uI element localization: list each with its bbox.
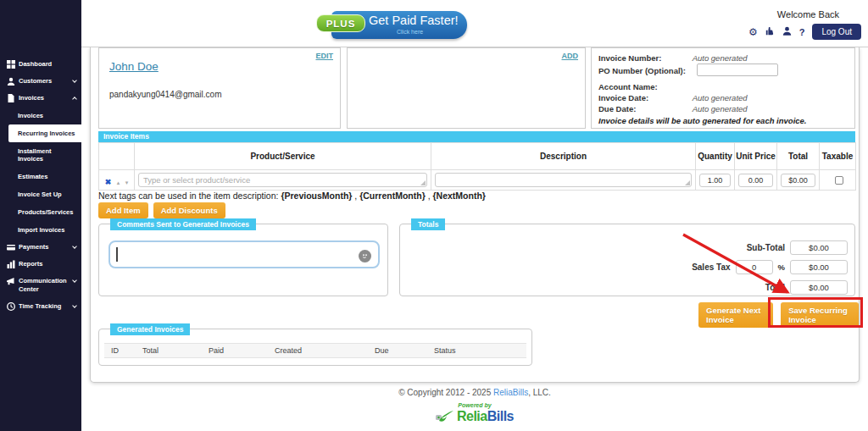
save-recurring-invoice-button[interactable]: Save Recurring Invoice bbox=[781, 302, 859, 328]
product-service-input[interactable]: Type or select product/service bbox=[138, 173, 427, 187]
delete-item-icon[interactable]: ✖ bbox=[105, 178, 112, 186]
sales-tax-label: Sales Tax bbox=[692, 262, 730, 272]
banner-title: Get Paid Faster! bbox=[369, 14, 459, 27]
footer: © Copyright 2012 - 2025 ReliaBills, LLC.… bbox=[81, 388, 868, 424]
chevron-down-icon bbox=[72, 278, 77, 283]
quantity-input[interactable]: 1.00 bbox=[699, 174, 731, 187]
auto-generated-note: Invoice details will be auto generated f… bbox=[598, 116, 807, 125]
move-up-icon[interactable]: ▴ bbox=[117, 180, 120, 185]
chevron-down-icon bbox=[72, 303, 77, 308]
due-date-label: Due Date: bbox=[598, 104, 690, 113]
add-discounts-button[interactable]: Add Discounts bbox=[153, 202, 225, 218]
chevron-down-icon bbox=[72, 244, 77, 249]
col-product-service: Product/Service bbox=[135, 143, 431, 170]
banner-click-here[interactable]: Click here bbox=[397, 29, 423, 35]
add-item-button[interactable]: Add Item bbox=[98, 202, 148, 218]
reliabills-link[interactable]: ReliaBills bbox=[493, 388, 528, 397]
percent-sign: % bbox=[778, 262, 785, 272]
sidebar-item-invoices[interactable]: Invoices bbox=[0, 90, 81, 107]
chevron-down-icon bbox=[72, 78, 77, 83]
customer-card: EDIT John Doe pandakyung0414@gmail.com bbox=[98, 47, 341, 129]
col-due: Due bbox=[375, 346, 434, 355]
dashboard-icon bbox=[6, 60, 15, 69]
sidebar-item-reports[interactable]: Reports bbox=[0, 256, 81, 273]
line-total-value: $0.00 bbox=[781, 174, 815, 187]
sidebar-subitem-invoice-set-up[interactable]: Invoice Set Up bbox=[0, 185, 81, 203]
help-icon[interactable]: ? bbox=[799, 27, 805, 37]
sidebar-subitem-recurring-invoices[interactable]: Recurring Invoices bbox=[8, 124, 81, 142]
totals-section-label: Totals bbox=[411, 218, 445, 230]
recurring-invoice-panel: EDIT John Doe pandakyung0414@gmail.com A… bbox=[90, 47, 860, 383]
total-label: Total bbox=[765, 283, 785, 292]
subtotal-value: $0.00 bbox=[790, 240, 848, 255]
invoice-items-header: Invoice Items bbox=[98, 131, 855, 142]
sidebar-item-communication-center[interactable]: Communication Center bbox=[0, 273, 81, 298]
comments-section-label: Comments Sent to Generated Invoices bbox=[110, 218, 256, 230]
col-total: Total bbox=[777, 143, 820, 170]
sidebar-item-time-tracking[interactable]: Time Tracking bbox=[0, 298, 81, 315]
communication-icon bbox=[6, 277, 15, 285]
col-description: Description bbox=[431, 143, 696, 170]
reliabills-logo-swoosh bbox=[436, 410, 454, 423]
payments-icon bbox=[6, 243, 15, 251]
logo-bills: Bills bbox=[487, 409, 514, 423]
po-number-label: PO Number (Optional): bbox=[598, 66, 690, 75]
generate-next-invoice-button[interactable]: Generate Next Invoice bbox=[698, 302, 773, 328]
generated-invoices-header-row: ID Total Paid Created Due Status bbox=[104, 343, 526, 358]
sidebar-subitem-estimates[interactable]: Estimates bbox=[0, 168, 81, 185]
reliabills-logo: ReliaBills bbox=[81, 409, 868, 424]
add-link[interactable]: ADD bbox=[562, 52, 579, 60]
unit-price-input[interactable]: 0.00 bbox=[738, 174, 773, 187]
col-taxable: Taxable bbox=[820, 143, 856, 170]
generated-invoices-section: Generated Invoices ID Total Paid Created… bbox=[98, 329, 532, 366]
totals-section: Totals Sub-Total $0.00 Sales Tax 0 % $0.… bbox=[399, 224, 855, 296]
main-content: EDIT John Doe pandakyung0414@gmail.com A… bbox=[81, 47, 868, 431]
taxable-checkbox[interactable] bbox=[835, 176, 843, 185]
col-unit-price: Unit Price bbox=[735, 143, 777, 170]
tags-note: Next tags can be used in the item descri… bbox=[98, 191, 486, 201]
chevron-up-icon bbox=[72, 97, 77, 102]
tag-previous-month: {PreviousMonth} bbox=[281, 191, 352, 201]
sidebar-subitem-invoices[interactable]: Invoices bbox=[0, 107, 81, 124]
po-number-input[interactable] bbox=[697, 64, 778, 76]
logout-button[interactable]: Log Out bbox=[812, 24, 861, 40]
recurring-invoice-page: Dashboard Customers Invoices Invoices Re… bbox=[0, 0, 868, 431]
settings-gear-icon[interactable]: ⚙ bbox=[748, 27, 758, 37]
col-status: Status bbox=[434, 346, 510, 355]
edit-customer-link[interactable]: EDIT bbox=[315, 52, 333, 60]
copyright-text: © Copyright 2012 - 2025 ReliaBills, LLC. bbox=[81, 388, 868, 397]
powered-by-text: Powered by bbox=[81, 402, 868, 408]
emoji-icon[interactable] bbox=[359, 250, 371, 262]
get-paid-faster-banner[interactable]: Get Paid Faster! Click here PLUS bbox=[316, 9, 473, 41]
customer-email: pandakyung0414@gmail.com bbox=[109, 90, 221, 99]
welcome-back-text: Welcome Back bbox=[748, 9, 839, 19]
description-input[interactable] bbox=[435, 173, 692, 187]
col-id: ID bbox=[104, 346, 142, 355]
plus-badge: PLUS bbox=[316, 14, 365, 32]
sidebar-subitem-import-invoices[interactable]: Import Invoices bbox=[0, 221, 81, 239]
invoice-details-card: Invoice Number: Auto generated PO Number… bbox=[591, 47, 855, 129]
comments-input[interactable] bbox=[108, 240, 380, 268]
tag-current-month: {CurrentMonth} bbox=[359, 191, 426, 201]
customers-icon bbox=[6, 77, 15, 86]
move-down-icon[interactable]: ▾ bbox=[125, 180, 129, 185]
invoice-items-table: Product/Service Description Quantity Uni… bbox=[98, 142, 856, 191]
subtotal-label: Sub-Total bbox=[747, 243, 785, 252]
thumbs-up-icon[interactable] bbox=[765, 26, 775, 37]
sidebar-subitem-installment-invoices[interactable]: Installment Invoices bbox=[0, 142, 81, 168]
generated-invoices-label: Generated Invoices bbox=[110, 323, 190, 335]
col-paid: Paid bbox=[209, 346, 275, 355]
sidebar-subitem-products-services[interactable]: Products/Services bbox=[0, 203, 81, 221]
top-header: Get Paid Faster! Click here PLUS Welcome… bbox=[81, 0, 868, 47]
invoice-number-label: Invoice Number: bbox=[598, 53, 690, 63]
col-created: Created bbox=[275, 346, 375, 355]
sidebar-item-customers[interactable]: Customers bbox=[0, 73, 81, 90]
sidebar: Dashboard Customers Invoices Invoices Re… bbox=[0, 0, 81, 431]
customer-name-link[interactable]: John Doe bbox=[109, 60, 159, 73]
profile-icon[interactable] bbox=[782, 26, 792, 37]
sidebar-item-dashboard[interactable]: Dashboard bbox=[0, 56, 81, 73]
sidebar-item-payments[interactable]: Payments bbox=[0, 239, 81, 256]
time-tracking-icon bbox=[6, 302, 15, 311]
invoices-icon bbox=[6, 94, 15, 102]
sales-tax-rate-input[interactable]: 0 bbox=[736, 260, 773, 274]
